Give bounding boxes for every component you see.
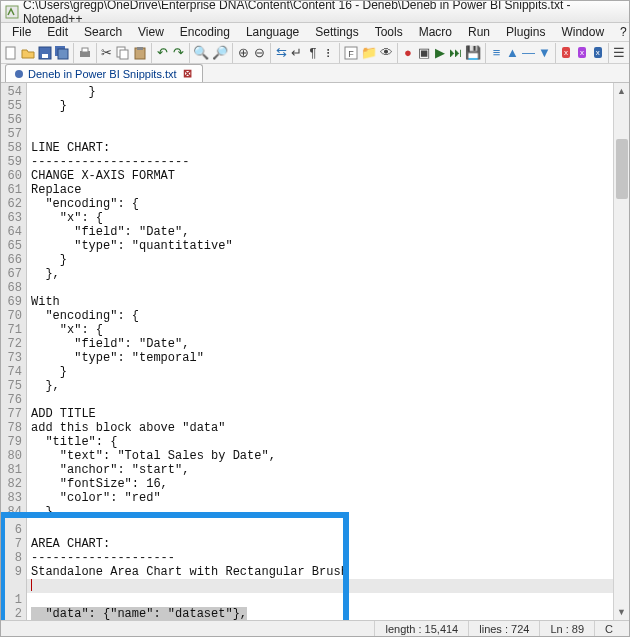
- toolbar-separator: [608, 43, 609, 63]
- app-icon: [5, 5, 19, 19]
- scroll-down-icon[interactable]: ▼: [614, 604, 630, 620]
- menu-macro[interactable]: Macro: [412, 23, 459, 41]
- menu-search[interactable]: Search: [77, 23, 129, 41]
- menu-tools[interactable]: Tools: [368, 23, 410, 41]
- redo-icon[interactable]: ↷: [171, 42, 186, 64]
- svg-text:F: F: [348, 49, 354, 59]
- scroll-track[interactable]: [614, 99, 630, 604]
- menu-settings[interactable]: Settings: [308, 23, 365, 41]
- folder-icon[interactable]: 📁: [360, 42, 378, 64]
- svg-rect-9: [120, 50, 128, 59]
- compare2-icon[interactable]: ▲: [505, 42, 520, 64]
- svg-rect-5: [58, 49, 68, 59]
- toolbar-separator: [73, 43, 74, 63]
- toolbar-separator: [189, 43, 190, 63]
- scroll-up-icon[interactable]: ▲: [614, 83, 630, 99]
- compare3-icon[interactable]: —: [521, 42, 536, 64]
- svg-rect-11: [137, 47, 143, 50]
- line-number-gutter: 54 55 56 57 58 59 60 61 62 63 64 65 66 6…: [1, 83, 27, 521]
- sync-icon[interactable]: ⇆: [274, 42, 289, 64]
- cut-icon[interactable]: ✂: [99, 42, 114, 64]
- vertical-scrollbar[interactable]: ▲ ▼: [613, 83, 629, 620]
- svg-rect-3: [42, 54, 48, 58]
- lang-icon[interactable]: F: [343, 42, 359, 64]
- menu-encoding[interactable]: Encoding: [173, 23, 237, 41]
- svg-point-14: [15, 70, 23, 78]
- status-length: length : 15,414: [374, 621, 468, 636]
- wrap-icon[interactable]: ↵: [289, 42, 304, 64]
- compare-icon[interactable]: ≡: [489, 42, 504, 64]
- menu-file[interactable]: File: [5, 23, 38, 41]
- indent-guide-icon[interactable]: ⫶: [321, 42, 336, 64]
- plugin-icon[interactable]: x: [558, 42, 573, 64]
- save-macro-icon[interactable]: 💾: [464, 42, 482, 64]
- compare4-icon[interactable]: ▼: [537, 42, 552, 64]
- toolbar-separator: [485, 43, 486, 63]
- tab-bar: Deneb in Power BI Snippits.txt ⊠: [1, 64, 629, 83]
- window-title: C:\Users\gregp\OneDrive\Enterprise DNA\C…: [23, 0, 625, 26]
- menu-view[interactable]: View: [131, 23, 171, 41]
- status-line-number: Ln : 89: [539, 621, 594, 636]
- play-multi-icon[interactable]: ⏭: [448, 42, 463, 64]
- stop-macro-icon[interactable]: ▣: [417, 42, 432, 64]
- tab-status-icon: [14, 69, 24, 79]
- replace-icon[interactable]: 🔎: [211, 42, 229, 64]
- menu-run[interactable]: Run: [461, 23, 497, 41]
- menu-window[interactable]: Window: [554, 23, 611, 41]
- toolbar-separator: [96, 43, 97, 63]
- print-icon[interactable]: [77, 42, 93, 64]
- toolbar-separator: [270, 43, 271, 63]
- new-file-icon[interactable]: [3, 42, 19, 64]
- doc-icon[interactable]: ☰: [612, 42, 627, 64]
- status-column: C: [594, 621, 623, 636]
- show-all-chars-icon[interactable]: ¶: [305, 42, 320, 64]
- title-bar: C:\Users\gregp\OneDrive\Enterprise DNA\C…: [1, 1, 629, 23]
- status-lines: lines : 724: [468, 621, 539, 636]
- save-icon[interactable]: [37, 42, 53, 64]
- plugin3-icon[interactable]: x: [590, 42, 605, 64]
- toolbar: ✂ ↶ ↷ 🔍 🔎 ⊕ ⊖ ⇆ ↵ ¶ ⫶ F 📁 👁 ● ▣ ▶ ⏭ 💾 ≡ …: [1, 42, 629, 64]
- tab-label: Deneb in Power BI Snippits.txt: [28, 68, 177, 80]
- find-icon[interactable]: 🔍: [192, 42, 210, 64]
- open-file-icon[interactable]: [20, 42, 36, 64]
- document-tab-active[interactable]: Deneb in Power BI Snippits.txt ⊠: [5, 64, 203, 82]
- toolbar-separator: [555, 43, 556, 63]
- record-macro-icon[interactable]: ●: [401, 42, 416, 64]
- line-number-gutter: 6 7 8 9 1 2 3 4 5 6 7 8 9 0: [1, 521, 27, 620]
- svg-rect-1: [6, 47, 15, 59]
- save-all-icon[interactable]: [54, 42, 70, 64]
- menu-help[interactable]: ?: [613, 23, 630, 41]
- code-content[interactable]: } } LINE CHART: ---------------------- C…: [27, 83, 613, 521]
- scroll-thumb[interactable]: [616, 139, 628, 199]
- svg-rect-7: [82, 48, 88, 52]
- menu-language[interactable]: Language: [239, 23, 306, 41]
- toolbar-separator: [232, 43, 233, 63]
- toolbar-separator: [397, 43, 398, 63]
- plugin2-icon[interactable]: x: [574, 42, 589, 64]
- menu-plugins[interactable]: Plugins: [499, 23, 552, 41]
- editor-area[interactable]: 54 55 56 57 58 59 60 61 62 63 64 65 66 6…: [1, 83, 629, 620]
- monitor-icon[interactable]: 👁: [379, 42, 394, 64]
- zoom-out-icon[interactable]: ⊖: [252, 42, 267, 64]
- tab-close-icon[interactable]: ⊠: [181, 67, 194, 80]
- undo-icon[interactable]: ↶: [155, 42, 170, 64]
- menu-bar: File Edit Search View Encoding Language …: [1, 23, 629, 42]
- zoom-in-icon[interactable]: ⊕: [236, 42, 251, 64]
- paste-icon[interactable]: [132, 42, 148, 64]
- code-content[interactable]: AREA CHART: -------------------- Standal…: [27, 521, 613, 620]
- menu-edit[interactable]: Edit: [40, 23, 75, 41]
- status-bar: length : 15,414 lines : 724 Ln : 89 C: [1, 620, 629, 636]
- toolbar-separator: [151, 43, 152, 63]
- play-macro-icon[interactable]: ▶: [432, 42, 447, 64]
- toolbar-separator: [339, 43, 340, 63]
- copy-icon[interactable]: [115, 42, 131, 64]
